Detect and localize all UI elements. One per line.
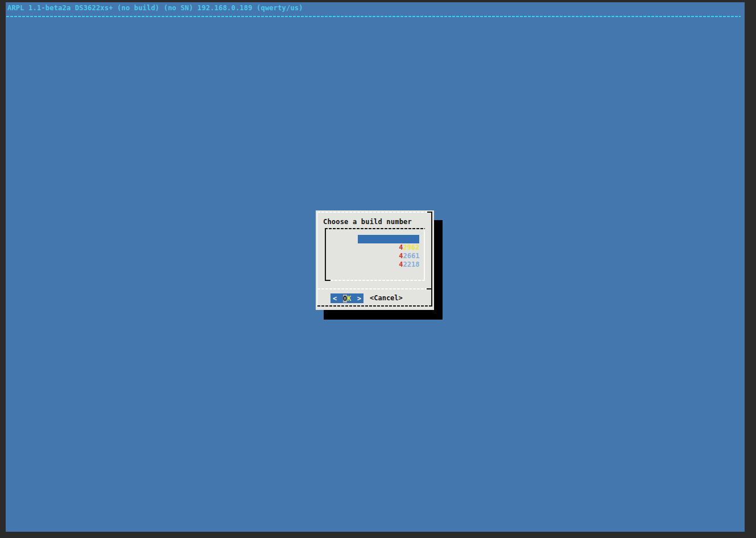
ok-button-cursor-char: O — [343, 295, 347, 303]
button-separator-right-tick — [427, 288, 432, 289]
listbox-border-top — [325, 228, 425, 229]
listbox-border-bottom — [331, 280, 425, 281]
backtitle-text: ARPL 1.1-beta2a DS3622xs+ (no build) (no… — [7, 3, 303, 13]
dialog-title: Choose a build number — [323, 218, 412, 226]
menu-item-label: 2661 — [403, 252, 419, 260]
dialog-border-corner-top-right — [427, 212, 432, 218]
button-separator — [317, 288, 431, 289]
ok-button-hotkey-char: K — [347, 295, 351, 303]
dialog-border-top — [317, 212, 428, 213]
cancel-button[interactable]: <Cancel> — [370, 293, 403, 303]
menu-listbox: 42962 42661 42218 — [325, 228, 425, 281]
listbox-border-corner-bottom-left — [325, 276, 331, 281]
dialog-border-right — [431, 218, 432, 307]
build-number-dialog: Choose a build number 42962 42661 42218 — [316, 210, 434, 310]
menu-item-label: 2962 — [403, 243, 419, 251]
menu-list: 42962 42661 42218 — [358, 235, 419, 260]
backtitle-underline — [6, 16, 741, 17]
listbox-border-left — [325, 228, 326, 276]
menu-item-label: 2218 — [403, 260, 419, 268]
dialog-border-left — [317, 213, 318, 305]
ok-button-left-bracket: < — [333, 295, 337, 303]
ok-button-right-bracket: > — [357, 295, 361, 303]
menu-item[interactable]: 42962 — [358, 235, 419, 243]
listbox-border-right — [424, 229, 425, 280]
ok-button[interactable]: <OK> — [331, 293, 363, 303]
terminal-screen: ARPL 1.1-beta2a DS3622xs+ (no build) (no… — [6, 2, 745, 532]
dialog-border-bottom — [317, 305, 431, 307]
